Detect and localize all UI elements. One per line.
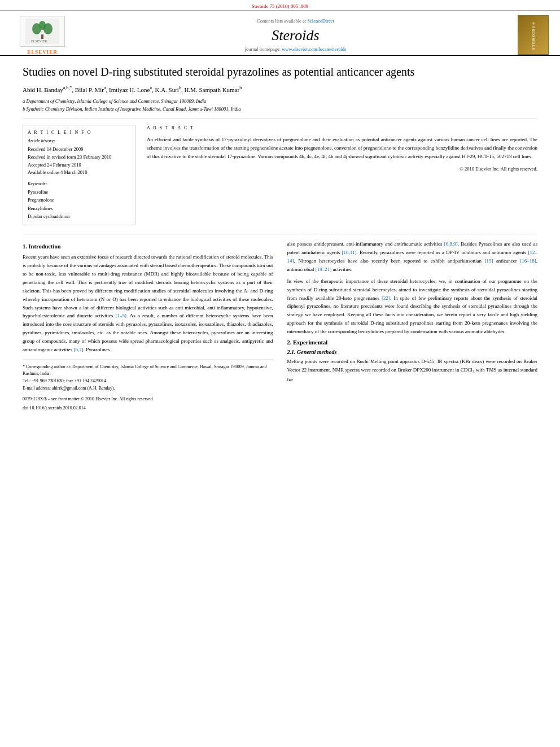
journal-name: Steroids — [85, 27, 506, 44]
keywords-section: Keywords: Pyrazoline Pregnenolone Benzyl… — [28, 181, 130, 221]
keyword-pyrazoline: Pyrazoline — [28, 188, 130, 196]
elsevier-logo: ELSEVIER ELSEVIER — [11, 16, 73, 55]
svg-text:ELSEVIER: ELSEVIER — [31, 40, 47, 43]
accepted-date: Accepted 24 February 2010 — [28, 161, 130, 169]
corresponding-note: * Corresponding author at: Department of… — [23, 364, 273, 378]
svg-rect-4 — [41, 34, 43, 39]
article-info-col: A R T I C L E I N F O Article history: R… — [23, 125, 135, 225]
contents-line: Contents lists available at ScienceDirec… — [85, 18, 506, 24]
elsevier-text: ELSEVIER — [27, 49, 58, 55]
abstract-text: An efficient and facile synthesis of 17-… — [147, 136, 537, 161]
email-link[interactable]: ahirrk@gmail.com — [52, 386, 86, 391]
top-citation-bar: Steroids 75 (2010) 805–809 — [0, 0, 560, 11]
keywords-label: Keywords: — [28, 181, 130, 186]
article-body: 1. Introduction Recent years have seen a… — [0, 234, 560, 418]
tel-fax: Tel.: +91 969 7301630; fax: +91 194 2429… — [23, 378, 273, 385]
revised-date: Received in revised form 23 February 201… — [28, 154, 130, 161]
body-two-col: 1. Introduction Recent years have seen a… — [23, 240, 537, 410]
ref-1-5[interactable]: [1–5] — [115, 313, 126, 318]
intro-paragraph1: Recent years have seen an extensive focu… — [23, 253, 273, 353]
article-title: Studies on novel D-ring substituted ster… — [23, 64, 537, 79]
separator — [23, 119, 537, 119]
page: Steroids 75 (2010) 805–809 ELSEVIER ELSE… — [0, 0, 560, 747]
affiliation-b: b Synthetic Chemistry Division, Indian I… — [23, 106, 537, 113]
footnotes: * Corresponding author at: Department of… — [23, 360, 273, 410]
ref-10-11[interactable]: [10,11] — [342, 250, 357, 255]
keyword-pregnenolone: Pregnenolone — [28, 196, 130, 204]
steroids-badge: STEROIDS® — [518, 15, 549, 55]
right-paragraph2: In view of the therapeutic importance of… — [287, 277, 538, 336]
sciencedirect-link[interactable]: ScienceDirect — [307, 18, 334, 24]
copyright: © 2010 Elsevier Inc. All rights reserved… — [147, 165, 537, 173]
ref-16-18[interactable]: [16–18] — [520, 258, 536, 264]
abstract-section: A B S T R A C T An efficient and facile … — [147, 125, 537, 173]
article-info-title: A R T I C L E I N F O — [28, 130, 130, 135]
keyword-dipolar: Dipolar cycloaddition — [28, 212, 130, 220]
article-info-abstract: A R T I C L E I N F O Article history: R… — [23, 125, 537, 225]
ref-19-21[interactable]: [19–21] — [316, 267, 332, 272]
journal-header: ELSEVIER ELSEVIER Contents lists availab… — [0, 11, 560, 56]
ref-12-14[interactable]: [12–14] — [287, 250, 538, 264]
affiliations: a Department of Chemistry, Islamia Colle… — [23, 98, 537, 113]
doi-line: doi:10.1016/j.steroids.2010.02.014 — [23, 405, 273, 410]
history-label: Article history: — [28, 138, 130, 143]
available-date: Available online 4 March 2010 — [28, 169, 130, 177]
ref-22[interactable]: [22] — [382, 295, 390, 301]
email-line: E-mail address: ahirrk@gmail.com (A.H. B… — [23, 385, 273, 392]
journal-center: Contents lists available at ScienceDirec… — [73, 18, 518, 52]
abstract-title: A B S T R A C T — [147, 125, 537, 132]
journal-homepage-link[interactable]: www.elsevier.com/locate/steroids — [282, 46, 346, 52]
svg-point-3 — [43, 23, 53, 34]
ref-6-7[interactable]: [6,7] — [73, 347, 83, 352]
journal-url-line: journal homepage: www.elsevier.com/locat… — [85, 46, 506, 52]
right-paragraph1: also possess antidepressant, anti-inflam… — [287, 240, 538, 273]
affiliation-a: a Department of Chemistry, Islamia Colle… — [23, 98, 537, 106]
elsevier-tree-icon: ELSEVIER — [25, 19, 59, 44]
issn-line: 0039-128X/$ – see front matter © 2010 El… — [23, 396, 273, 403]
keyword-benzylidines: Benzylidines — [28, 204, 130, 212]
article-info-box: A R T I C L E I N F O Article history: R… — [23, 125, 135, 225]
steroids-badge-text: STEROIDS® — [531, 20, 536, 50]
body-left-col: 1. Introduction Recent years have seen a… — [23, 240, 273, 410]
article-content: Studies on novel D-ring substituted ster… — [0, 56, 560, 234]
authors: Abid H. Bandaya,b,*, Bilal P. Mira, Imti… — [23, 85, 537, 94]
ref-15[interactable]: [15] — [484, 258, 493, 264]
received-date: Received 14 December 2009 — [28, 146, 130, 154]
journal-citation: Steroids 75 (2010) 805–809 — [252, 3, 309, 9]
general-methods-text: Melting points were recorded on Buchi Me… — [287, 357, 538, 384]
experimental-heading: 2. Experimental — [287, 339, 538, 346]
body-right-col: also possess antidepressant, anti-inflam… — [287, 240, 538, 410]
general-methods-heading: 2.1. General methods — [287, 349, 538, 355]
intro-heading: 1. Introduction — [23, 243, 273, 250]
ref-6-8-9[interactable]: [6,8,9] — [444, 241, 458, 247]
elsevier-logo-image: ELSEVIER — [20, 16, 65, 47]
abstract-col: A B S T R A C T An efficient and facile … — [147, 125, 537, 225]
